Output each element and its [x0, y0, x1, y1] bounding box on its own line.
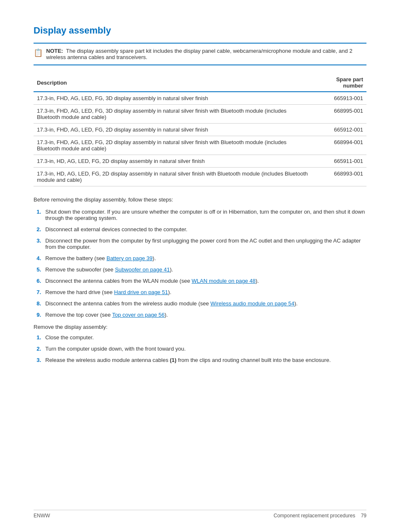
step-body: Release the wireless audio module antenn… [45, 357, 366, 363]
step-number: 3. [34, 357, 41, 363]
step-number: 2. [34, 226, 41, 232]
table-cell-part-number: 665912-001 [314, 124, 366, 136]
note-label: NOTE: [46, 48, 63, 54]
list-item: 5.Remove the subwoofer (see Subwoofer on… [34, 266, 366, 273]
table-cell-part-number: 665913-001 [314, 92, 366, 105]
footer-right: Component replacement procedures 79 [274, 513, 366, 519]
list-item: 3.Release the wireless audio module ante… [34, 357, 366, 363]
table-cell-description: 17.3-in, FHD, AG, LED, FG, 2D display as… [34, 136, 314, 155]
page-footer: ENWW Component replacement procedures 79 [34, 510, 366, 519]
step-number: 2. [34, 346, 41, 352]
table-cell-description: 17.3-in, HD, AG, LED, FG, 2D display ass… [34, 168, 314, 186]
table-cell-part-number: 668995-001 [314, 105, 366, 124]
list-item: 2.Turn the computer upside down, with th… [34, 346, 366, 352]
step-body: Disconnect all external devices connecte… [45, 226, 366, 232]
list-item: 2.Disconnect all external devices connec… [34, 226, 366, 232]
table-cell-description: 17.3-in, FHD, AG, LED, FG, 2D display as… [34, 124, 314, 136]
step-number: 5. [34, 266, 41, 273]
table-row: 17.3-in, FHD, AG, LED, FG, 3D display as… [34, 105, 366, 124]
step-link[interactable]: Battery on page 39 [106, 255, 153, 261]
table-cell-part-number: 668993-001 [314, 168, 366, 186]
list-item: 9.Remove the top cover (see Top cover on… [34, 312, 366, 318]
page-title: Display assembly [34, 25, 366, 36]
list-item: 8.Disconnect the antenna cables from the… [34, 300, 366, 307]
table-row: 17.3-in, HD, AG, LED, FG, 2D display ass… [34, 168, 366, 186]
step-body: Close the computer. [45, 334, 366, 341]
footer-left: ENWW [34, 513, 50, 519]
step-body: Remove the battery (see Battery on page … [45, 255, 366, 261]
remove-steps-list: 1.Close the computer.2.Turn the computer… [34, 334, 366, 363]
table-row: 17.3-in, FHD, AG, LED, FG, 2D display as… [34, 124, 366, 136]
step-body: Turn the computer upside down, with the … [45, 346, 366, 352]
list-item: 1.Shut down the computer. If you are uns… [34, 209, 366, 221]
before-removing-intro: Before removing the display assembly, fo… [34, 196, 366, 203]
col2-header: Spare part number [314, 74, 366, 92]
step-bold: (1) [170, 357, 177, 363]
step-link[interactable]: Hard drive on page 51 [114, 289, 168, 295]
list-item: 7.Remove the hard drive (see Hard drive … [34, 289, 366, 295]
parts-table: Description Spare part number 17.3-in, F… [34, 74, 366, 186]
before-steps-list: 1.Shut down the computer. If you are uns… [34, 209, 366, 318]
table-cell-part-number: 665911-001 [314, 155, 366, 168]
remove-display-intro: Remove the display assembly: [34, 324, 366, 330]
step-body: Disconnect the antenna cables from the w… [45, 300, 366, 307]
list-item: 1.Close the computer. [34, 334, 366, 341]
list-item: 4.Remove the battery (see Battery on pag… [34, 255, 366, 261]
step-body: Disconnect the power from the computer b… [45, 238, 366, 250]
table-row: 17.3-in, FHD, AG, LED, FG, 3D display as… [34, 92, 366, 105]
step-number: 8. [34, 300, 41, 307]
col1-header: Description [34, 74, 314, 92]
step-link[interactable]: WLAN module on page 48 [192, 278, 255, 284]
note-text: The display assembly spare part kit incl… [46, 48, 352, 60]
table-cell-description: 17.3-in, FHD, AG, LED, FG, 3D display as… [34, 105, 314, 124]
step-number: 9. [34, 312, 41, 318]
table-row: 17.3-in, FHD, AG, LED, FG, 2D display as… [34, 136, 366, 155]
step-link[interactable]: Wireless audio module on page 54 [210, 300, 294, 307]
note-content: NOTE: The display assembly spare part ki… [46, 48, 366, 60]
step-link[interactable]: Top cover on page 56 [112, 312, 164, 318]
step-body: Remove the hard drive (see Hard drive on… [45, 289, 366, 295]
table-cell-description: 17.3-in, FHD, AG, LED, FG, 3D display as… [34, 92, 314, 105]
step-number: 3. [34, 238, 41, 244]
step-number: 4. [34, 255, 41, 261]
step-number: 1. [34, 334, 41, 341]
table-cell-description: 17.3-in, HD, AG, LED, FG, 2D display ass… [34, 155, 314, 168]
table-cell-part-number: 668994-001 [314, 136, 366, 155]
step-number: 7. [34, 289, 41, 295]
step-body: Disconnect the antenna cables from the W… [45, 278, 366, 284]
list-item: 3.Disconnect the power from the computer… [34, 238, 366, 250]
note-icon: 📋 [34, 48, 43, 57]
step-number: 6. [34, 278, 41, 284]
step-body: Remove the top cover (see Top cover on p… [45, 312, 366, 318]
step-body: Remove the subwoofer (see Subwoofer on p… [45, 266, 366, 273]
note-box: 📋 NOTE: The display assembly spare part … [34, 43, 366, 65]
step-number: 1. [34, 209, 41, 215]
step-body: Shut down the computer. If you are unsur… [45, 209, 366, 221]
table-row: 17.3-in, HD, AG, LED, FG, 2D display ass… [34, 155, 366, 168]
list-item: 6.Disconnect the antenna cables from the… [34, 278, 366, 284]
step-link[interactable]: Subwoofer on page 41 [115, 266, 170, 273]
